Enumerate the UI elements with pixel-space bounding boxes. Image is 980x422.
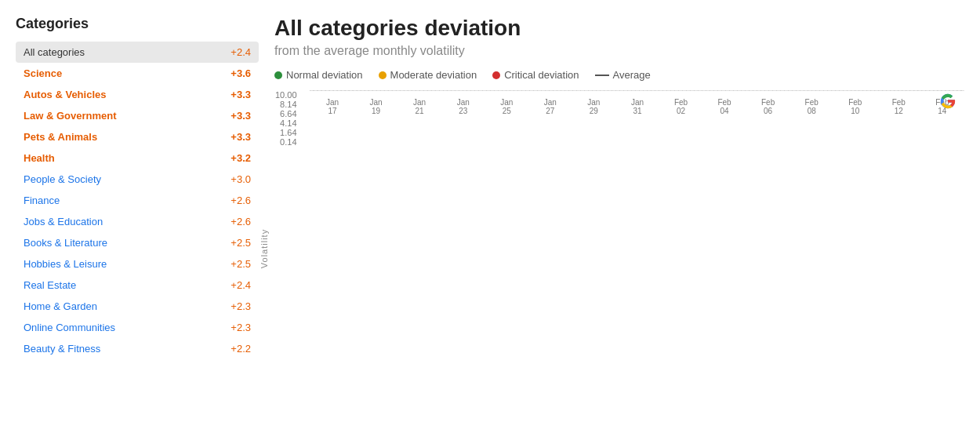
main-content: All categories deviation from the averag…	[274, 16, 964, 406]
x-axis: Jan17Jan19Jan21Jan23Jan25Jan27Jan29Jan31…	[310, 98, 964, 115]
category-value-9: +2.5	[230, 237, 251, 249]
x-label-12: Feb10	[841, 98, 869, 115]
legend-normal-label: Normal deviation	[286, 69, 363, 81]
category-name-8: Jobs & Education	[24, 216, 103, 227]
category-item-9[interactable]: Books & Literature+2.5	[16, 232, 259, 253]
volatility-label: Volatility	[260, 228, 269, 267]
category-name-2: Autos & Vehicles	[24, 89, 106, 100]
category-item-6[interactable]: People & Society+3.0	[16, 169, 259, 190]
category-name-0: All categories	[24, 46, 85, 58]
legend-normal: Normal deviation	[274, 69, 363, 81]
category-name-4: Pets & Animals	[24, 131, 97, 143]
x-label-5: Jan27	[536, 98, 564, 115]
category-item-7[interactable]: Finance+2.6	[16, 190, 259, 211]
category-value-12: +2.3	[230, 300, 251, 312]
x-label-13: Feb12	[884, 98, 913, 115]
x-label-10: Feb06	[754, 98, 782, 115]
category-name-12: Home & Garden	[24, 300, 97, 312]
x-label-11: Feb08	[797, 98, 826, 115]
legend-critical: Critical deviation	[492, 69, 579, 81]
legend-critical-label: Critical deviation	[504, 69, 579, 81]
x-label-1: Jan19	[362, 98, 390, 115]
category-value-13: +2.3	[230, 322, 251, 333]
x-label-2: Jan21	[405, 98, 434, 115]
legend-average: Average	[595, 69, 651, 81]
category-value-2: +3.3	[230, 89, 251, 100]
category-item-8[interactable]: Jobs & Education+2.6	[16, 211, 259, 232]
category-name-14: Beauty & Fitness	[24, 343, 100, 355]
category-name-13: Online Communities	[24, 322, 115, 333]
category-value-5: +3.2	[230, 152, 251, 164]
category-name-10: Hobbies & Leisure	[24, 258, 107, 270]
chart-legend: Normal deviation Moderate deviation Crit…	[274, 69, 964, 81]
legend-average-label: Average	[613, 69, 651, 81]
category-item-13[interactable]: Online Communities+2.3	[16, 317, 259, 338]
x-label-8: Feb02	[667, 98, 695, 115]
category-item-5[interactable]: Health+3.2	[16, 147, 259, 169]
chart-area: 10.00 8.14 6.64 4.14 1.64 0.14	[310, 90, 964, 91]
category-value-7: +2.6	[230, 195, 251, 206]
average-dash-icon	[595, 75, 609, 76]
category-value-8: +2.6	[230, 216, 251, 227]
category-value-0: +2.4	[230, 46, 251, 58]
x-label-9: Feb04	[710, 98, 739, 115]
category-item-3[interactable]: Law & Government+3.3	[16, 105, 259, 126]
google-icon	[939, 93, 956, 114]
x-label-3: Jan23	[449, 98, 477, 115]
moderate-dot-icon	[379, 71, 387, 79]
category-item-2[interactable]: Autos & Vehicles+3.3	[16, 84, 259, 105]
category-name-3: Law & Government	[24, 110, 116, 122]
category-item-4[interactable]: Pets & Animals+3.3	[16, 126, 259, 147]
x-label-7: Jan31	[623, 98, 652, 115]
category-name-9: Books & Literature	[24, 237, 107, 249]
category-item-10[interactable]: Hobbies & Leisure+2.5	[16, 253, 259, 275]
category-item-11[interactable]: Real Estate+2.4	[16, 275, 259, 296]
category-name-11: Real Estate	[24, 279, 76, 291]
category-value-14: +2.2	[230, 343, 251, 355]
category-item-14[interactable]: Beauty & Fitness+2.2	[16, 338, 259, 359]
x-label-4: Jan25	[492, 98, 521, 115]
x-label-6: Jan29	[579, 98, 608, 115]
chart-title: All categories deviation	[274, 16, 964, 41]
category-item-0[interactable]: All categories+2.4	[16, 42, 259, 63]
category-value-6: +3.0	[230, 173, 251, 185]
category-item-1[interactable]: Science+3.6	[16, 63, 259, 84]
chart-subtitle: from the average monthly volatility	[274, 44, 964, 58]
legend-moderate-label: Moderate deviation	[390, 69, 477, 81]
category-list: All categories+2.4Science+3.6Autos & Veh…	[16, 42, 259, 359]
category-value-3: +3.3	[230, 110, 251, 122]
category-value-4: +3.3	[230, 131, 251, 143]
normal-dot-icon	[274, 71, 282, 79]
x-label-0: Jan17	[318, 98, 347, 115]
legend-moderate: Moderate deviation	[379, 69, 477, 81]
critical-dot-icon	[492, 71, 500, 79]
category-name-7: Finance	[24, 195, 60, 206]
category-value-11: +2.4	[230, 279, 251, 291]
category-name-1: Science	[24, 67, 62, 79]
category-value-1: +3.6	[230, 67, 251, 79]
category-value-10: +2.5	[230, 258, 251, 270]
category-item-12[interactable]: Home & Garden+2.3	[16, 296, 259, 317]
category-name-5: Health	[24, 152, 55, 164]
grid-line-bottom	[310, 90, 964, 91]
category-name-6: People & Society	[24, 173, 101, 185]
sidebar-title: Categories	[16, 16, 259, 32]
sidebar: Categories All categories+2.4Science+3.6…	[16, 16, 259, 406]
